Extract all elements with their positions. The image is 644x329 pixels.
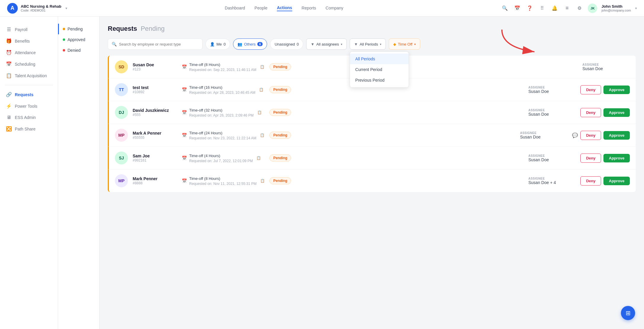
page-title-row: Requests Pending — [108, 25, 636, 33]
benefits-icon: 🎁 — [6, 38, 12, 44]
employee-id: #10892 — [133, 90, 177, 94]
request-row: MP Mark A Penner #55555 📅 Time-off (24 H… — [108, 124, 636, 147]
periods-chevron: ▾ — [380, 43, 381, 46]
user-avatar[interactable]: JK — [588, 4, 597, 13]
request-date: Requested on: Nov 23, 2022, 11:22:14 AM — [189, 136, 256, 140]
bell-icon[interactable]: 🔔 — [550, 4, 559, 12]
employee-avatar: SD — [115, 60, 128, 73]
deny-button[interactable]: Deny — [580, 85, 601, 94]
sidebar-label-benefits: Benefits — [15, 39, 30, 43]
request-row: DJ David Juszkiewicz #555 📅 Time-off (32… — [108, 101, 636, 124]
request-type-text: Time-off (24 Hours) — [189, 131, 222, 135]
time-off-btn[interactable]: ◆ Time Off ▾ — [389, 38, 420, 50]
employee-name: Susan Doe — [133, 62, 177, 67]
employee-name: Mark A Penner — [133, 131, 177, 136]
approve-button[interactable]: Approve — [603, 86, 630, 94]
request-type-icon: 📅 — [182, 178, 187, 183]
search-icon[interactable]: 🔍 — [501, 4, 509, 12]
all-assignees-chevron: ▾ — [341, 43, 342, 46]
deny-button[interactable]: Deny — [580, 154, 601, 163]
approve-button[interactable]: Approve — [603, 177, 630, 185]
requests-icon: 🔗 — [6, 92, 12, 97]
apps-icon[interactable]: ⠿ — [538, 4, 546, 12]
chat-icon[interactable]: 💬 — [572, 133, 578, 138]
search-input[interactable] — [119, 42, 199, 46]
employee-info: Susan Doe #123 — [133, 62, 177, 71]
filter-icon[interactable]: ≡ — [563, 4, 571, 12]
sidebar-label-payroll: Payroll — [15, 27, 28, 32]
filter-funnel-icon: ▼ — [311, 42, 314, 46]
deny-button[interactable]: Deny — [580, 131, 601, 140]
sidebar-item-essadmin[interactable]: 🖥 ESS Admin — [0, 112, 58, 123]
others-filter-btn[interactable]: 👥 Others 6 — [233, 38, 267, 50]
status-approved[interactable]: Approved — [58, 34, 99, 45]
all-periods-btn[interactable]: ▼ All Periods ▾ — [350, 38, 386, 50]
fab-icon: ⊞ — [626, 309, 631, 317]
request-type-info: 📅 Time-off (4 Hours) Requested on: Jul 7… — [182, 153, 265, 163]
assignee-name: Susan Doe + 4 — [528, 180, 576, 185]
nav-dashboard[interactable]: Dashboard — [225, 6, 245, 11]
employee-avatar: SJ — [115, 151, 128, 164]
sidebar-item-benefits[interactable]: 🎁 Benefits — [0, 35, 58, 47]
sidebar-label-requests: Requests — [15, 92, 33, 97]
approve-button[interactable]: Approve — [603, 108, 630, 117]
sidebar-item-payroll[interactable]: ☰ Payroll — [0, 24, 58, 35]
sidebar-label-attendance: Attendance — [15, 50, 36, 55]
copy-icon: 📋 — [260, 65, 264, 69]
dropdown-current-period[interactable]: Current Period — [350, 64, 409, 75]
brand-name: ABC Nursing & Rehab — [21, 4, 61, 9]
sidebar-item-talent[interactable]: 📋 Talent Acquisition — [0, 70, 58, 81]
content-area: Requests Pending 🔍 👤 Me 0 👥 Others 6 Una… — [99, 17, 644, 329]
request-type-icon: 📅 — [182, 156, 187, 160]
top-nav: A ABC Nursing & Rehab Code: #DEMO01 ▾ Da… — [0, 0, 644, 17]
sidebar-item-pathshare[interactable]: 🔀 Path Share — [0, 123, 58, 135]
brand-logo[interactable]: A — [7, 3, 18, 14]
employee-id: #8888 — [133, 181, 177, 185]
approve-button[interactable]: Approve — [603, 154, 630, 162]
dropdown-previous-period[interactable]: Previous Period — [350, 75, 409, 86]
fab-button[interactable]: ⊞ — [621, 306, 635, 320]
status-badge: Pending — [269, 177, 291, 184]
unassigned-filter-btn[interactable]: Unassigned 0 — [270, 38, 303, 50]
sidebar-item-scheduling[interactable]: 📅 Scheduling — [0, 58, 58, 70]
employee-info: Mark Penner #8888 — [133, 176, 177, 185]
settings-icon[interactable]: ⚙ — [575, 4, 584, 12]
employee-name: Sam Joe — [133, 154, 177, 158]
time-off-icon: ◆ — [393, 42, 396, 46]
request-row: SJ Sam Joe #992161 📅 Time-off (4 Hours) … — [108, 147, 636, 170]
copy-icon: 📋 — [259, 88, 264, 92]
row-actions: 💬 Deny Approve — [572, 131, 630, 140]
nav-actions[interactable]: Actions — [277, 5, 292, 11]
deny-button[interactable]: Deny — [580, 108, 601, 117]
employee-info: Mark A Penner #55555 — [133, 131, 177, 140]
nav-company[interactable]: Company — [326, 6, 343, 11]
dropdown-all-periods[interactable]: All Periods — [350, 54, 409, 64]
sidebar-label-essadmin: ESS Admin — [15, 115, 36, 120]
status-denied[interactable]: Denied — [58, 45, 99, 56]
sidebar-item-powertools[interactable]: ⚡ Power Tools — [0, 100, 58, 112]
help-icon[interactable]: ❓ — [526, 4, 534, 12]
user-dropdown-icon[interactable]: ▾ — [635, 6, 637, 10]
request-type-info: 📅 Time-off (24 Hours) Requested on: Nov … — [182, 130, 265, 140]
others-count-badge: 6 — [257, 42, 263, 46]
nav-people[interactable]: People — [255, 6, 268, 11]
assignee-label: ASSIGNEE — [582, 63, 630, 66]
sidebar: ☰ Payroll 🎁 Benefits ⏰ Attendance 📅 Sche… — [0, 17, 58, 329]
status-pending[interactable]: Pending — [58, 24, 99, 34]
nav-reports[interactable]: Reports — [302, 6, 316, 11]
all-assignees-btn[interactable]: ▼ All assignees ▾ — [306, 38, 346, 50]
calendar-icon[interactable]: 📅 — [513, 4, 521, 12]
sidebar-item-requests[interactable]: 🔗 Requests — [0, 89, 58, 100]
deny-button[interactable]: Deny — [580, 176, 601, 186]
request-type-text: Time-off (8 Hours) — [189, 62, 220, 67]
approve-button[interactable]: Approve — [603, 131, 630, 140]
employee-name: David Juszkiewicz — [133, 108, 177, 113]
request-type-info: 📅 Time-off (16 Hours) Requested on: Apr … — [182, 85, 265, 95]
assignee-info: ASSIGNEE Susan Doe — [528, 86, 576, 94]
status-badge: Pending — [269, 154, 291, 162]
request-type-text: Time-off (8 Hours) — [189, 176, 220, 181]
sidebar-label-talent: Talent Acquisition — [15, 73, 47, 78]
me-filter-btn[interactable]: 👤 Me 0 — [205, 38, 230, 50]
sidebar-item-attendance[interactable]: ⏰ Attendance — [0, 47, 58, 58]
employee-id: #123 — [133, 67, 177, 71]
